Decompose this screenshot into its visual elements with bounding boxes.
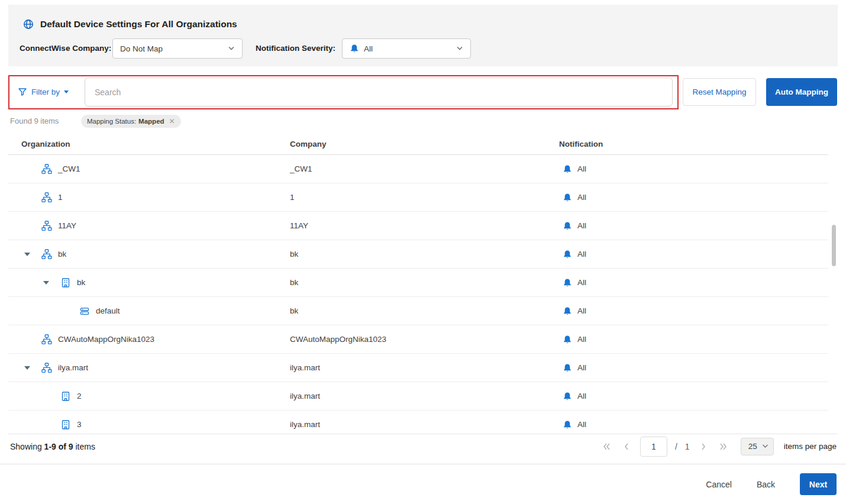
table-row[interactable]: ilya.mart ilya.mart All xyxy=(8,354,828,382)
organization-icon xyxy=(41,192,52,203)
expand-caret-icon[interactable] xyxy=(43,281,49,285)
items-per-page-select[interactable]: 25 xyxy=(741,438,774,455)
caret-slot xyxy=(18,253,37,256)
funnel-icon xyxy=(18,88,27,96)
notification-value: All xyxy=(577,164,586,173)
site-icon xyxy=(60,419,71,430)
next-page-button[interactable] xyxy=(698,441,709,453)
caret-slot xyxy=(18,167,37,171)
notification-cell: All xyxy=(559,250,828,259)
company-cell: ilya.mart xyxy=(290,420,559,429)
table-header: Organization Company Notification xyxy=(8,133,828,155)
organization-name: bk xyxy=(77,278,85,287)
search-box xyxy=(85,77,673,106)
company-cell: _CW1 xyxy=(290,164,559,173)
notification-value: All xyxy=(577,221,586,230)
site-icon xyxy=(60,277,71,288)
notification-severity-label: Notification Severity: xyxy=(256,38,335,59)
tree-indent xyxy=(18,396,37,396)
caret-slot xyxy=(37,423,56,427)
caret-slot xyxy=(18,366,37,370)
organization-cell: 11AY xyxy=(8,221,290,231)
items-per-page-value: 25 xyxy=(748,442,757,451)
notification-severity-select[interactable]: All xyxy=(342,38,471,59)
globe-icon xyxy=(23,19,34,30)
organizations-table: Organization Company Notification _CW1 xyxy=(8,133,828,435)
cancel-button[interactable]: Cancel xyxy=(706,480,732,489)
page-title: Default Device Settings For All Organiza… xyxy=(40,19,237,30)
reset-mapping-button[interactable]: Reset Mapping xyxy=(683,78,756,106)
settings-panel: Default Device Settings For All Organiza… xyxy=(8,5,838,66)
notification-cell: All xyxy=(559,164,828,174)
table-row[interactable]: _CW1 _CW1 All xyxy=(8,155,828,183)
organization-name: _CW1 xyxy=(58,164,80,173)
organization-icon xyxy=(41,363,52,373)
organization-name: ilya.mart xyxy=(58,363,88,372)
organization-cell: default xyxy=(8,306,290,316)
showing-items-text: Showing 1-9 of 9 items xyxy=(8,442,95,451)
organization-name: bk xyxy=(58,250,66,259)
organization-name: 2 xyxy=(77,392,82,400)
table-row[interactable]: CWAutoMappOrgNika1023 CWAutoMappOrgNika1… xyxy=(8,325,828,354)
company-cell: bk xyxy=(290,306,559,315)
bottom-divider xyxy=(0,464,846,464)
back-button[interactable]: Back xyxy=(757,480,775,489)
pager: / 1 25 items per page xyxy=(600,437,838,457)
table-row[interactable]: 2 ilya.mart All xyxy=(8,382,828,411)
table-row[interactable]: 1 1 All xyxy=(8,183,828,212)
chip-label: Mapping Status: xyxy=(87,118,136,125)
organization-name: 11AY xyxy=(58,221,76,230)
notification-bell-icon xyxy=(563,392,572,401)
organization-name: default xyxy=(96,306,120,315)
table-row[interactable]: 3 ilya.mart All xyxy=(8,411,828,435)
column-header-notification: Notification xyxy=(559,140,828,148)
notification-bell-icon xyxy=(563,420,572,429)
chip-value: Mapped xyxy=(138,118,164,125)
bottom-actions: Cancel Back Next xyxy=(706,473,837,495)
page-number-input[interactable] xyxy=(640,437,667,457)
organization-icon xyxy=(41,221,52,231)
expand-caret-icon[interactable] xyxy=(24,253,30,256)
filter-by-button[interactable]: Filter by xyxy=(18,79,69,105)
last-page-button[interactable] xyxy=(717,441,729,453)
table-row[interactable]: 11AY 11AY All xyxy=(8,212,828,240)
next-button[interactable]: Next xyxy=(800,473,837,495)
total-pages: 1 xyxy=(685,442,690,451)
filter-by-label: Filter by xyxy=(31,88,60,96)
mapping-status-chip[interactable]: Mapping Status: Mapped ✕ xyxy=(81,115,181,128)
notification-cell: All xyxy=(559,420,828,429)
connectwise-company-select[interactable]: Do Not Map xyxy=(112,38,243,59)
auto-mapping-button[interactable]: Auto Mapping xyxy=(766,78,837,106)
notification-value: All xyxy=(577,420,586,429)
first-page-button[interactable] xyxy=(600,441,613,453)
chevron-down-icon xyxy=(456,46,463,51)
notification-bell-icon xyxy=(563,193,572,202)
caret-slot xyxy=(18,338,37,341)
organization-cell: 3 xyxy=(8,419,290,430)
notification-value: All xyxy=(577,363,586,372)
table-row[interactable]: default bk All xyxy=(8,297,828,325)
chip-close-icon[interactable]: ✕ xyxy=(169,117,175,125)
notification-cell: All xyxy=(559,221,828,231)
expand-caret-icon[interactable] xyxy=(24,366,30,370)
organization-name: 1 xyxy=(58,193,63,202)
device-settings-page: Default Device Settings For All Organiza… xyxy=(0,0,846,504)
table-row[interactable]: bk bk All xyxy=(8,240,828,269)
company-cell: ilya.mart xyxy=(290,363,559,372)
organization-name: 3 xyxy=(77,420,82,429)
notification-value: All xyxy=(577,250,586,259)
notification-bell-icon xyxy=(563,306,572,316)
previous-page-button[interactable] xyxy=(621,441,632,453)
notification-value: All xyxy=(577,335,586,344)
notification-cell: All xyxy=(559,363,828,373)
search-input[interactable] xyxy=(85,78,672,106)
table-body: _CW1 _CW1 All xyxy=(8,155,828,435)
table-row[interactable]: bk bk All xyxy=(8,269,828,297)
notification-value: All xyxy=(577,392,586,400)
organization-cell: 2 xyxy=(8,391,290,402)
items-per-page-label: items per page xyxy=(784,442,838,451)
organization-cell: bk xyxy=(8,249,290,260)
found-items-text: Found 9 items xyxy=(10,117,59,125)
scrollbar-thumb[interactable] xyxy=(832,225,836,266)
notification-bell-icon xyxy=(563,363,572,373)
